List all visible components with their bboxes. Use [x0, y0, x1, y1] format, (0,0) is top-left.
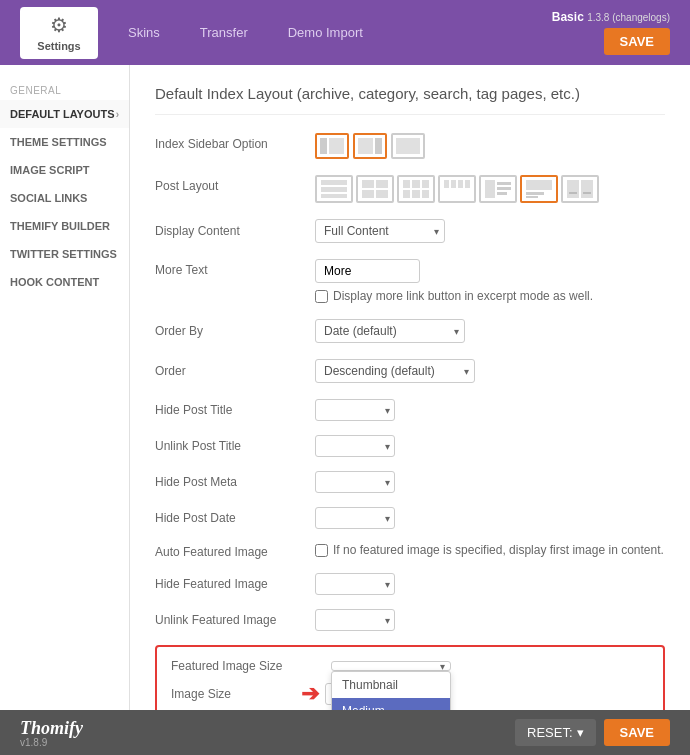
auto-featured-checkbox-row[interactable]: If no featured image is specified, displ… [315, 543, 664, 557]
svg-rect-8 [362, 180, 374, 188]
order-select-wrap: Descending (default) ▾ [315, 359, 475, 383]
featured-image-section: Featured Image Size ▾ Thumbnail Medium L… [155, 645, 665, 710]
main-content: Default Index Layout (archive, category,… [130, 65, 690, 710]
dropdown-item-thumbnail[interactable]: Thumbnail [332, 672, 450, 698]
unlink-featured-label: Unlink Featured Image [155, 613, 315, 627]
featured-size-dropdown-trigger[interactable]: ▾ [331, 661, 451, 671]
order-by-label: Order By [155, 324, 315, 338]
svg-rect-22 [485, 180, 495, 198]
index-sidebar-options [315, 133, 425, 159]
brand-name: Thomify [20, 718, 83, 738]
unlink-featured-select-wrap: ▾ [315, 609, 395, 631]
svg-rect-13 [412, 180, 420, 188]
auto-featured-row: Auto Featured Image If no featured image… [155, 543, 665, 559]
hide-post-date-select[interactable] [315, 507, 395, 529]
order-by-select-wrap: Date (default) ▾ [315, 319, 465, 343]
featured-size-row: Featured Image Size ▾ Thumbnail Medium L… [171, 659, 649, 673]
sidebar-item-themify-builder[interactable]: THEMIFY BUILDER [0, 212, 129, 240]
order-by-select[interactable]: Date (default) [315, 319, 465, 343]
gear-icon: ⚙ [50, 13, 68, 37]
auto-featured-checkbox[interactable] [315, 544, 328, 557]
post-layout-grid3[interactable] [397, 175, 435, 203]
hide-post-date-select-wrap: ▾ [315, 507, 395, 529]
sidebar-layout-right[interactable] [353, 133, 387, 159]
hide-post-meta-row: Hide Post Meta ▾ [155, 471, 665, 493]
sidebar-item-social-links[interactable]: SOCIAL LINKS [0, 184, 129, 212]
more-text-label: More Text [155, 259, 315, 277]
post-layout-grid4[interactable] [438, 175, 476, 203]
hide-post-title-select-wrap: ▾ [315, 399, 395, 421]
reset-button[interactable]: RESET: ▾ [515, 719, 596, 746]
footer-brand: Thomify v1.8.9 [20, 718, 83, 748]
dropdown-item-medium[interactable]: Medium [332, 698, 450, 710]
sidebar: GENERAL DEFAULT LAYOUTS › THEME SETTINGS… [0, 65, 130, 710]
svg-rect-16 [412, 190, 420, 198]
sidebar-section-label: GENERAL [0, 75, 129, 100]
svg-rect-24 [497, 187, 511, 190]
hide-post-meta-select-wrap: ▾ [315, 471, 395, 493]
sidebar-layout-left-active[interactable] [315, 133, 349, 159]
hide-post-meta-select[interactable] [315, 471, 395, 493]
dropdown-arrow-icon: ▾ [440, 661, 445, 672]
save-button-header[interactable]: SAVE [604, 28, 670, 55]
display-content-select-wrap: Full Content ▾ [315, 219, 445, 243]
hide-featured-row: Hide Featured Image ▾ [155, 573, 665, 595]
svg-rect-20 [458, 180, 463, 188]
plan-name: Basic [552, 10, 584, 24]
sidebar-item-twitter-settings[interactable]: TWITTER SETTINGS [0, 240, 129, 268]
svg-rect-5 [321, 180, 347, 185]
hide-post-title-row: Hide Post Title ▾ [155, 399, 665, 421]
svg-rect-25 [497, 192, 507, 195]
display-content-select[interactable]: Full Content [315, 219, 445, 243]
svg-rect-14 [422, 180, 429, 188]
index-sidebar-label: Index Sidebar Option [155, 133, 315, 151]
more-text-checkbox-row[interactable]: Display more link button in excerpt mode… [315, 289, 593, 303]
more-text-input[interactable] [315, 259, 420, 283]
post-layout-grid2[interactable] [356, 175, 394, 203]
header: ⚙ Settings Skins Transfer Demo Import Ba… [0, 0, 690, 65]
footer-version: v1.8.9 [20, 737, 83, 748]
order-row: Order Descending (default) ▾ [155, 359, 665, 383]
sidebar-item-image-script[interactable]: IMAGE SCRIPT [0, 156, 129, 184]
display-content-row: Display Content Full Content ▾ [155, 219, 665, 243]
post-layout-overlay[interactable] [561, 175, 599, 203]
featured-size-dropdown-menu: Thumbnail Medium Large Original Image [331, 671, 451, 710]
sidebar-layout-none[interactable] [391, 133, 425, 159]
hide-post-title-select[interactable] [315, 399, 395, 421]
sidebar-item-theme-settings[interactable]: THEME SETTINGS [0, 128, 129, 156]
save-button-footer[interactable]: SAVE [604, 719, 670, 746]
post-layout-thumb-left[interactable] [479, 175, 517, 203]
settings-label: Settings [37, 40, 80, 52]
svg-rect-7 [321, 194, 347, 198]
reset-arrow-icon: ▾ [577, 725, 584, 740]
unlink-featured-select[interactable] [315, 609, 395, 631]
nav-transfer[interactable]: Transfer [200, 25, 248, 40]
svg-rect-32 [583, 192, 591, 194]
svg-rect-21 [465, 180, 470, 188]
display-content-label: Display Content [155, 224, 315, 238]
unlink-post-title-select[interactable] [315, 435, 395, 457]
svg-rect-11 [376, 190, 388, 198]
sidebar-item-default-layouts[interactable]: DEFAULT LAYOUTS › [0, 100, 129, 128]
post-layout-list1[interactable] [315, 175, 353, 203]
svg-rect-4 [396, 138, 420, 154]
unlink-post-title-label: Unlink Post Title [155, 439, 315, 453]
sidebar-item-hook-content[interactable]: HOOK CONTENT [0, 268, 129, 296]
nav-demo-import[interactable]: Demo Import [288, 25, 363, 40]
order-select[interactable]: Descending (default) [315, 359, 475, 383]
nav-skins[interactable]: Skins [128, 25, 160, 40]
order-label: Order [155, 364, 315, 378]
post-layout-active[interactable] [520, 175, 558, 203]
more-text-controls: Display more link button in excerpt mode… [315, 259, 593, 303]
featured-size-label: Featured Image Size [171, 659, 331, 673]
order-by-row: Order By Date (default) ▾ [155, 319, 665, 343]
post-layout-options [315, 175, 599, 203]
svg-rect-2 [358, 138, 373, 154]
page-title: Default Index Layout (archive, category,… [155, 85, 665, 115]
hide-featured-select[interactable] [315, 573, 395, 595]
header-right: Basic 1.3.8 (changelogs) SAVE [552, 10, 670, 55]
svg-rect-17 [422, 190, 429, 198]
chevron-right-icon: › [116, 109, 119, 120]
svg-rect-18 [444, 180, 449, 188]
more-text-checkbox[interactable] [315, 290, 328, 303]
